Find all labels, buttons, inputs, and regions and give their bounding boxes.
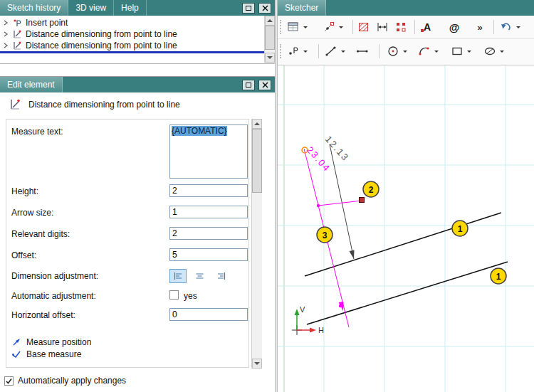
- dropdown-arrow[interactable]: [498, 43, 506, 59]
- axis-h-label: H: [318, 326, 324, 334]
- attribute-tool-button[interactable]: @: [446, 19, 462, 35]
- overflow-icon: »: [477, 22, 482, 33]
- scroll-up-button[interactable]: [252, 119, 262, 129]
- polyline-tool-button[interactable]: [355, 43, 370, 59]
- ellipse-tool-button[interactable]: [482, 43, 498, 59]
- dimension-icon: [12, 29, 22, 39]
- dropdown-arrow[interactable]: [432, 43, 441, 59]
- align-center-button[interactable]: [191, 269, 208, 283]
- point-tool-button[interactable]: [286, 43, 301, 59]
- dimension-icon: [9, 98, 21, 111]
- arrow-size-input[interactable]: [169, 206, 248, 218]
- offset-input[interactable]: [169, 248, 248, 261]
- text-tool-button[interactable]: A: [419, 19, 435, 35]
- horizontal-offset-label: Horizontal offset:: [11, 310, 75, 320]
- line-tool-icon: [325, 45, 337, 58]
- tab-sketch-history[interactable]: Sketch history: [0, 0, 68, 16]
- arc-tool-button[interactable]: [417, 43, 432, 59]
- toolbar-drag-handle[interactable]: [280, 44, 283, 58]
- expander-icon[interactable]: [3, 31, 9, 38]
- circle-tool-button[interactable]: [385, 43, 401, 59]
- history-item-distance-dim-2[interactable]: Distance dimensioning from point to line: [0, 40, 264, 51]
- dimension-adjustment-label: Dimension adjustment:: [11, 271, 98, 281]
- snap-settings-button[interactable]: [321, 19, 337, 35]
- align-left-icon: [174, 272, 183, 280]
- dropdown-arrow[interactable]: [514, 19, 523, 35]
- snap-settings-icon: [323, 21, 335, 33]
- align-left-button[interactable]: [169, 269, 187, 283]
- close-icon: [262, 82, 268, 88]
- automatic-adjustment-label: Automatic adjustment:: [11, 291, 96, 301]
- badge-1-upper[interactable]: 1: [452, 221, 468, 236]
- close-button[interactable]: [258, 3, 271, 14]
- base-measure-label: Base measure: [26, 349, 81, 359]
- automatic-adjustment-checkbox[interactable]: [169, 290, 179, 300]
- close-button[interactable]: [258, 80, 271, 90]
- tab-3d-view[interactable]: 3D view: [68, 0, 114, 16]
- line-tool-button[interactable]: [323, 43, 339, 59]
- undo-button[interactable]: [498, 19, 514, 35]
- undo-icon: [500, 21, 513, 33]
- relevant-digits-input[interactable]: [169, 227, 248, 240]
- drawing-canvas[interactable]: 12.13 23.04 1 1: [278, 65, 534, 392]
- sketch-line-upper[interactable]: [305, 213, 501, 276]
- point-pattern-button[interactable]: [393, 19, 409, 35]
- toolbar-overflow-button[interactable]: »: [472, 19, 488, 35]
- height-input[interactable]: [169, 184, 248, 197]
- dropdown-arrow[interactable]: [465, 43, 473, 59]
- sketch-line-lower[interactable]: [307, 262, 508, 324]
- horizontal-offset-input[interactable]: [169, 308, 248, 321]
- offset-label: Offset:: [11, 250, 36, 260]
- svg-text:1: 1: [458, 224, 463, 234]
- maximize-icon: [246, 83, 251, 88]
- measure-text-input[interactable]: {AUTOMATIC}: [169, 125, 248, 179]
- dropdown-arrow[interactable]: [339, 43, 347, 59]
- point-marker-red[interactable]: [360, 198, 365, 203]
- dropdown-arrow[interactable]: [337, 19, 345, 35]
- history-item-distance-dim-1[interactable]: Distance dimensioning from point to line: [0, 28, 264, 40]
- expander-icon[interactable]: [3, 19, 9, 26]
- badge-3[interactable]: 3: [317, 227, 333, 243]
- text-tool-icon: A: [424, 21, 431, 33]
- scroll-thumb[interactable]: [252, 129, 262, 193]
- selection-grid-button[interactable]: [286, 19, 301, 35]
- sketch-history-titlebar: Sketch history 3D view Help: [0, 0, 275, 16]
- close-icon: [262, 5, 268, 11]
- badge-1-lower[interactable]: 1: [491, 268, 506, 284]
- svg-text:3: 3: [323, 231, 328, 240]
- tab-sketcher[interactable]: Sketcher: [278, 0, 326, 16]
- circle-tool-icon: [387, 45, 399, 58]
- scroll-down-button[interactable]: [265, 53, 275, 63]
- ellipse-tool-icon: [483, 45, 496, 58]
- rectangle-tool-button[interactable]: [449, 43, 465, 59]
- badge-2[interactable]: 2: [363, 181, 379, 197]
- history-item-label: Insert point: [26, 18, 68, 28]
- maximize-button[interactable]: [242, 3, 255, 14]
- scroll-thumb[interactable]: [265, 26, 275, 50]
- dropdown-arrow[interactable]: [401, 43, 409, 59]
- distance-constraint-button[interactable]: [375, 19, 390, 35]
- tab-help[interactable]: Help: [114, 0, 147, 16]
- tab-edit-element[interactable]: Edit element: [0, 77, 63, 92]
- history-tree: Insert point Distance dimensioning from …: [0, 16, 264, 63]
- hatch-button[interactable]: [356, 19, 372, 35]
- edit-element-titlebar: Edit element: [0, 77, 275, 92]
- apply-changes-label: Automatically apply changes: [18, 376, 126, 386]
- polyline-tool-icon: [356, 45, 369, 58]
- history-item-insert-point[interactable]: Insert point: [0, 17, 264, 28]
- base-measure-icon: [11, 349, 21, 359]
- dropdown-arrow[interactable]: [301, 19, 310, 35]
- dropdown-arrow[interactable]: [301, 43, 310, 59]
- history-scrollbar[interactable]: [264, 16, 275, 63]
- apply-changes-checkbox[interactable]: [4, 376, 14, 386]
- edit-panel-scrollbar[interactable]: [251, 119, 262, 369]
- automatic-adjustment-yes-label: yes: [184, 291, 197, 301]
- expander-icon[interactable]: [3, 42, 9, 49]
- arc-tool-icon: [418, 45, 431, 58]
- sketcher-panel: Sketcher: [278, 0, 534, 392]
- scroll-down-button[interactable]: [252, 359, 262, 369]
- toolbar-drag-handle[interactable]: [280, 20, 283, 34]
- align-right-button[interactable]: [212, 269, 229, 283]
- maximize-button[interactable]: [242, 80, 255, 90]
- scroll-up-button[interactable]: [265, 16, 275, 26]
